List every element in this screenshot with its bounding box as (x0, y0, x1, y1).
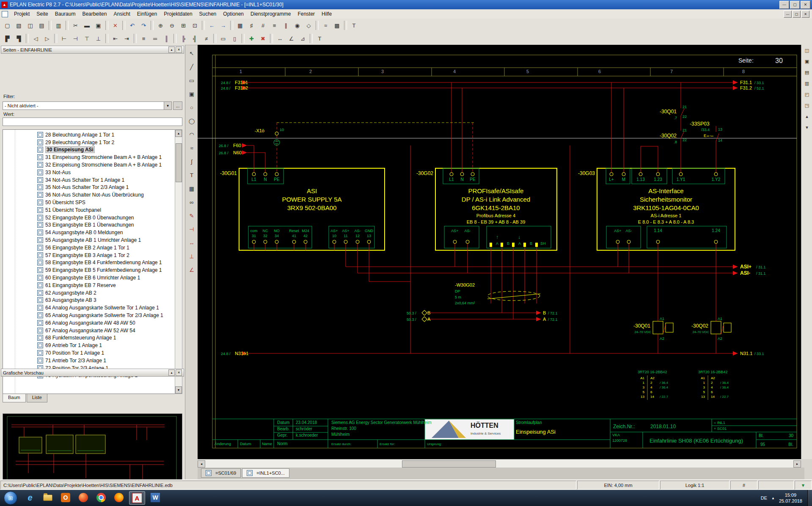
toolbar-icon[interactable]: ⊕ (155, 20, 166, 31)
mdi-close-button[interactable]: ✕ (801, 11, 809, 18)
page-tree-item[interactable]: 50 Übersicht SPS (37, 199, 175, 206)
toolbar-icon[interactable]: ⇥ (121, 33, 132, 44)
toolbar-icon[interactable]: ⊢ (59, 33, 69, 44)
toolbar-icon[interactable]: ▦ (186, 183, 197, 194)
toolbar-icon[interactable]: ∞ (186, 197, 197, 208)
page-tree-item[interactable]: 30 Einspeisung ASi (37, 146, 175, 154)
toolbar-icon[interactable] (213, 34, 216, 43)
page-tree-item[interactable]: 34 Not-Aus Schalter Tor 1 Anlage 1 (37, 176, 175, 184)
page-tree-item[interactable]: 58 Eingangsbyte EB 4 Funkfernbedienung A… (37, 259, 175, 267)
toolbar-icon[interactable] (105, 21, 108, 30)
tray-language[interactable]: DE (761, 495, 767, 501)
menu-item[interactable]: Fenster (294, 10, 318, 18)
toolbar-icon[interactable] (66, 21, 69, 30)
taskbar-icon-app-orange[interactable]: · (76, 491, 91, 504)
page-tree-item[interactable]: 62 Ausgangsbyte AB 2 (37, 289, 175, 297)
toolbar-icon[interactable]: ✕ (110, 20, 121, 31)
toolbar-icon[interactable]: ▥ (802, 79, 812, 88)
toolbar-icon[interactable]: ⊥ (186, 251, 197, 262)
show-desktop-button[interactable] (807, 490, 812, 506)
toolbar-icon[interactable]: ▢ (2, 20, 13, 31)
taskbar-icon-eplan[interactable]: A (129, 491, 145, 505)
toolbar-icon[interactable]: ▤ (802, 68, 812, 77)
mdi-minimize-button[interactable]: — (784, 11, 792, 18)
page-tree-item[interactable]: 53 Eingangsbyte EB 1 Überwachungen (37, 222, 175, 229)
toolbar-icon[interactable]: ═ (150, 33, 160, 44)
panel-tab[interactable]: Liste (27, 394, 47, 402)
toolbar-icon[interactable]: ↖ (186, 48, 197, 59)
toolbar-icon[interactable]: ▣ (93, 20, 104, 31)
page-tree-item[interactable]: 59 Eingangsbyte EB 5 Funkfernbedienung A… (37, 266, 175, 274)
toolbar-icon[interactable] (316, 21, 319, 30)
toolbar-icon[interactable]: ◁ (30, 33, 41, 44)
toolbar-icon[interactable]: ◰ (802, 90, 812, 99)
toolbar-icon[interactable]: ↔ (186, 237, 197, 248)
toolbar-icon[interactable]: ∫ (186, 156, 197, 167)
toolbar-icon[interactable]: ⊣ (186, 224, 197, 235)
taskbar-icon-internet-explorer[interactable]: e (22, 491, 38, 504)
page-tree-item[interactable]: 71 Antrieb Tor 2/3 Anlage 1 (37, 357, 175, 364)
minimize-button[interactable]: — (779, 1, 789, 9)
toolbar-icon[interactable]: ✂ (70, 20, 81, 31)
tree-scrollbar[interactable]: ▲ ▼ (175, 129, 182, 394)
toolbar-icon[interactable]: ⇤ (110, 33, 121, 44)
page-tree-item[interactable]: 35 Not-Aus Schalter Tor 2/3 Anlage 1 (37, 184, 175, 191)
page-tree-item[interactable]: 57 Eingangsbyte EB 3 Anlage 1 Tor 2 (37, 252, 175, 259)
menu-item[interactable]: Bearbeiten (79, 10, 110, 18)
toolbar-icon[interactable]: ▥ (53, 20, 64, 31)
toolbar-icon[interactable]: ◳ (802, 101, 812, 110)
toolbar-icon[interactable]: ≈ (320, 20, 331, 31)
toolbar-icon[interactable]: ○ (186, 102, 197, 113)
toolbar-icon[interactable]: ╠ (178, 33, 189, 44)
toolbar-icon[interactable]: ◫ (25, 20, 36, 31)
toolbar-icon[interactable]: T (349, 20, 359, 31)
toolbar-icon[interactable]: ▛ (2, 33, 13, 44)
toolbar-icon[interactable] (344, 21, 347, 30)
toolbar-icon[interactable]: ↔ (275, 33, 285, 44)
scroll-down-icon[interactable]: ▼ (175, 386, 182, 394)
toolbar-icon[interactable] (230, 21, 233, 30)
menu-item[interactable]: Seite (33, 10, 51, 18)
toolbar-icon[interactable]: ← (206, 20, 217, 31)
toolbar-icon[interactable]: ◫ (802, 46, 812, 55)
page-tree-item[interactable]: 68 Funkfernsteuerung Anlage 1 (37, 334, 175, 342)
page-tree-item[interactable]: 70 Position Tor 1 Anlage 1 (37, 349, 175, 357)
toolbar-icon[interactable]: ▷ (42, 33, 52, 44)
taskbar-icon-word[interactable]: W (148, 491, 163, 504)
wert-input[interactable] (3, 118, 182, 126)
toolbar-icon[interactable] (49, 21, 52, 30)
restore-button[interactable]: ▢ (790, 1, 800, 9)
toolbar-icon[interactable]: ⊥ (93, 33, 104, 44)
page-tree-item[interactable]: 29 Beleuchtung Anlage 1 Tor 2 (37, 139, 175, 146)
toolbar-icon[interactable]: ⊡ (190, 20, 200, 31)
toolbar-icon[interactable] (310, 34, 313, 43)
panel-tab[interactable]: Baum (3, 394, 26, 402)
page-tree-item[interactable]: 51 Übersicht Touchpanel (37, 206, 175, 214)
toolbar-icon[interactable]: ▩ (332, 20, 342, 31)
menu-item[interactable]: Bauraum (52, 10, 79, 18)
panel-close-icon[interactable]: ✕ (176, 369, 182, 376)
page-tree-item[interactable]: 31 Einspeisung Stromschiene Beam A + B A… (37, 153, 175, 161)
close-button[interactable]: ✕ (801, 1, 810, 9)
toolbar-icon[interactable] (151, 21, 154, 30)
scroll-thumb[interactable] (176, 143, 182, 182)
toolbar-icon[interactable] (202, 21, 205, 30)
toolbar-icon[interactable]: ▤ (36, 20, 47, 31)
taskbar-icon-office-app[interactable]: O (58, 491, 73, 504)
page-tree-item[interactable]: 56 Eingangsbyte EB 2 Anlage 1 Tor 1 (37, 244, 175, 252)
toolbar-icon[interactable]: ⊖ (167, 20, 177, 31)
menu-item[interactable]: Suchen (196, 10, 220, 18)
toolbar-icon[interactable]: ✚ (246, 33, 257, 44)
menu-item[interactable]: Projekt (11, 10, 33, 18)
page-tree-item[interactable]: 33 Not-Aus (37, 169, 175, 176)
toolbar-icon[interactable]: ≠ (201, 33, 212, 44)
toolbar-icon[interactable]: ▧ (14, 20, 24, 31)
toolbar-icon[interactable]: ▣ (186, 88, 197, 99)
canvas-hscrollbar[interactable]: ◂ ▸ (198, 459, 801, 468)
toolbar-icon[interactable]: ║ (161, 33, 172, 44)
toolbar-icon[interactable]: ≡ (138, 33, 149, 44)
toolbar-icon[interactable]: ♯ (246, 20, 257, 31)
scroll-left-icon[interactable]: ◂ (198, 460, 205, 468)
page-tree-item[interactable]: 52 Eingangsbyte EB 0 Überwachungen (37, 214, 175, 222)
page-tree-item[interactable]: 65 Analog Ausgangskarte Sollwerte Tor 2/… (37, 312, 175, 319)
